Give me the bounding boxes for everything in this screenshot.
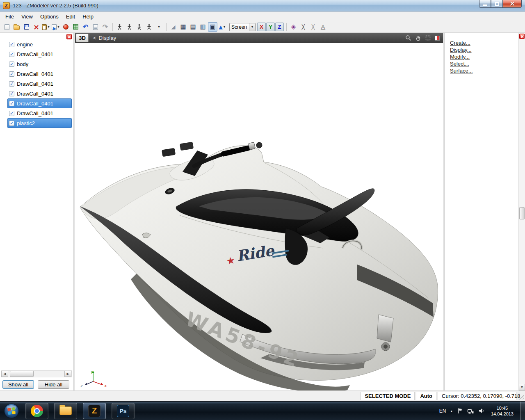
material-editor-button[interactable]: [61, 22, 71, 32]
taskbar-explorer-button[interactable]: [54, 403, 77, 419]
close-button[interactable]: [503, 0, 522, 8]
scene-item-drawcall[interactable]: DrawCall_0401: [7, 49, 72, 59]
checkbox-icon[interactable]: [9, 81, 14, 87]
taskbar-chrome-button[interactable]: [25, 403, 48, 419]
mode-vertices-button[interactable]: [115, 22, 124, 32]
show-all-button[interactable]: Show all: [2, 380, 34, 389]
save-button[interactable]: [22, 22, 31, 32]
show-hidden-icons-arrow[interactable]: [450, 409, 452, 413]
chevron-down-icon[interactable]: [47, 25, 50, 29]
zoom-icon[interactable]: [405, 35, 411, 41]
command-select[interactable]: Select...: [450, 61, 469, 68]
titlebar[interactable]: Z 123 - ZModeler ver 2.2.5 (Build 990): [0, 0, 525, 11]
scrollbar-thumb[interactable]: [10, 371, 34, 377]
local-axes-button[interactable]: [169, 22, 178, 32]
checkbox-icon[interactable]: [9, 121, 14, 126]
scene-item-drawcall[interactable]: DrawCall_0401: [7, 69, 72, 79]
checkbox-icon[interactable]: [9, 62, 14, 67]
minimize-button[interactable]: [479, 0, 491, 8]
clipboard-button[interactable]: [41, 22, 51, 32]
mode-dropdown-button[interactable]: [154, 22, 164, 32]
checkbox-icon[interactable]: [9, 52, 14, 57]
scene-item-drawcall[interactable]: DrawCall_0401: [7, 79, 72, 89]
maximize-button[interactable]: [491, 0, 503, 8]
scroll-left-arrow-icon[interactable]: [1, 371, 8, 377]
checkbox-icon[interactable]: [9, 101, 14, 106]
menu-help[interactable]: Help: [79, 12, 97, 21]
shaded-view-button[interactable]: [208, 22, 217, 32]
frame-view-icon[interactable]: [425, 35, 431, 41]
checkbox-icon[interactable]: [9, 42, 14, 47]
uv-mapper-button[interactable]: [71, 22, 80, 32]
scene-item-drawcall[interactable]: DrawCall_0401: [7, 108, 72, 118]
mode-edges-button[interactable]: [125, 22, 134, 32]
scene-item-engine[interactable]: engine: [7, 39, 72, 49]
measure-tool-button[interactable]: [318, 22, 328, 32]
status-auto-toggle[interactable]: Auto: [416, 392, 436, 400]
mode-objects-button[interactable]: [144, 22, 154, 32]
undo-button[interactable]: [81, 22, 90, 32]
horizontal-scrollbar[interactable]: [1, 370, 72, 377]
vertical-scrollbar[interactable]: [518, 33, 525, 390]
taskbar-zmodeler-button[interactable]: Z: [83, 403, 106, 419]
chevron-down-icon[interactable]: [223, 25, 226, 29]
scrollbar-thumb[interactable]: [519, 207, 525, 219]
clock[interactable]: 10:45 14.04.2013: [491, 405, 514, 417]
command-surface[interactable]: Surface...: [450, 68, 473, 75]
bounds-view-button[interactable]: [198, 22, 208, 32]
grid-toggle-button[interactable]: [178, 22, 188, 32]
taskbar-photoshop-button[interactable]: Ps: [112, 403, 135, 419]
viewport-canvas[interactable]: ★ Ride WA58-92 y x z: [75, 43, 443, 390]
viewport-collapse-arrow[interactable]: <: [93, 35, 96, 41]
language-indicator[interactable]: EN: [439, 408, 446, 414]
command-display[interactable]: Display...: [450, 47, 472, 54]
minimize-icon: [483, 5, 487, 6]
open-file-button[interactable]: [12, 22, 21, 32]
panel-close-icon[interactable]: [66, 34, 72, 39]
new-file-button[interactable]: [2, 22, 11, 32]
viewport-3d: 3D < Display: [75, 33, 443, 390]
import-export-button[interactable]: [51, 22, 61, 32]
axis-x-toggle[interactable]: X: [257, 23, 266, 31]
menu-options[interactable]: Options: [37, 12, 62, 21]
scene-item-body[interactable]: body: [7, 59, 72, 69]
viewport-maximize-icon[interactable]: [435, 36, 440, 41]
scroll-right-arrow-icon[interactable]: [64, 371, 71, 377]
viewport-view-name[interactable]: Display: [99, 35, 116, 41]
weld-tool-button[interactable]: [308, 22, 318, 32]
action-center-flag-icon[interactable]: [457, 408, 463, 414]
scene-item-plastic2-selected[interactable]: plastic2: [7, 118, 72, 128]
hide-all-button[interactable]: Hide all: [38, 380, 69, 389]
redo-button[interactable]: [100, 22, 110, 32]
detach-tool-button[interactable]: [299, 22, 308, 32]
checkbox-icon[interactable]: [9, 111, 14, 116]
checkbox-icon[interactable]: [9, 71, 14, 77]
wireframe-view-button[interactable]: [188, 22, 198, 32]
checkbox-icon[interactable]: [9, 91, 14, 96]
command-modify[interactable]: Modify...: [450, 54, 470, 61]
scene-item-drawcall[interactable]: DrawCall_0401: [7, 89, 72, 98]
viewport-mode-button[interactable]: 3D: [76, 34, 89, 42]
show-desktop-button[interactable]: [520, 402, 525, 420]
network-icon[interactable]: [467, 408, 474, 414]
menu-edit[interactable]: Edit: [62, 12, 79, 21]
delete-button[interactable]: [32, 22, 41, 32]
mode-polygons-button[interactable]: [135, 22, 144, 32]
panel-close-icon[interactable]: [519, 34, 525, 39]
gizmo-button[interactable]: [218, 22, 227, 32]
menu-file[interactable]: File: [2, 12, 18, 21]
screen-mode-select[interactable]: Screen: [229, 23, 256, 31]
chevron-down-icon[interactable]: [249, 23, 255, 31]
volume-icon[interactable]: [478, 408, 484, 413]
start-button[interactable]: [3, 403, 20, 419]
pan-hand-icon[interactable]: [415, 35, 421, 41]
history-button[interactable]: [91, 22, 100, 32]
menu-view[interactable]: View: [18, 12, 37, 21]
axis-z-toggle[interactable]: Z: [275, 23, 284, 31]
command-create[interactable]: Create...: [450, 40, 470, 47]
mirror-tool-button[interactable]: [289, 22, 298, 32]
scroll-down-arrow-icon[interactable]: [519, 384, 525, 390]
axis-y-toggle[interactable]: Y: [266, 23, 275, 31]
resize-grip[interactable]: [518, 393, 524, 399]
scene-item-drawcall-selected[interactable]: DrawCall_0401: [7, 98, 72, 108]
